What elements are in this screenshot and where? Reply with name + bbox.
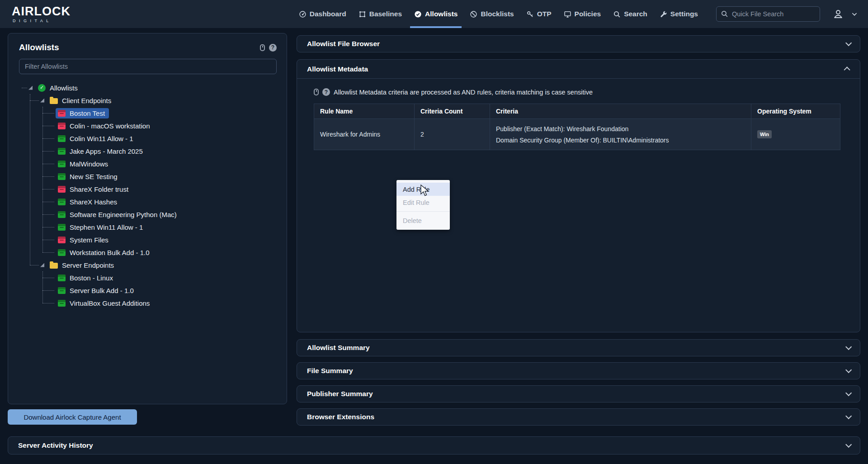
metadata-info-line: ? Allowlist Metadata criteria are proces…	[314, 88, 593, 96]
tree-expander-icon[interactable]	[40, 263, 44, 267]
tree-node-content: ShareX Folder trust	[56, 184, 132, 194]
chevron-down-icon	[845, 390, 852, 396]
accordion-title: Server Activity History	[18, 441, 93, 450]
tree-item-server-endpoints[interactable]: Server Endpoints	[8, 259, 287, 271]
tree-item-sharex-folder-trust[interactable]: ShareX Folder trust	[8, 183, 287, 195]
tree-connector	[42, 126, 54, 126]
nav-item-label: Policies	[575, 10, 601, 18]
allowlist-box-green-icon	[58, 161, 66, 167]
tree-item-colin-win11-allow-1[interactable]: Colin Win11 Allow - 1	[8, 132, 287, 145]
tree-item-virtualbox-guest-additions[interactable]: VirtualBox Guest Additions	[8, 297, 287, 309]
wrench-icon	[660, 10, 667, 18]
accordion-server-activity-history[interactable]: Server Activity History	[8, 436, 860, 455]
accordion-publisher-summary[interactable]: Publisher Summary	[297, 385, 860, 402]
tree-expander-icon[interactable]	[40, 99, 44, 103]
tree-item-label: Stephen Win11 Allow - 1	[70, 223, 143, 231]
chevron-up-icon	[844, 66, 850, 73]
chevron-down-icon	[845, 413, 852, 419]
tree-item-boston-test[interactable]: Boston Test	[8, 107, 287, 119]
tree-item-system-files[interactable]: System Files	[8, 233, 287, 246]
tree-connector	[42, 202, 54, 202]
col-criteria: Criteria	[490, 104, 751, 118]
tree-item-malwindows[interactable]: MalWindows	[8, 157, 287, 170]
tree-connector	[42, 164, 54, 164]
sidebar-title: Allowlists	[19, 43, 59, 52]
accordion-title: Allowlist Summary	[307, 344, 370, 352]
allowlist-box-green-icon	[58, 300, 66, 307]
nav-item-allowlists[interactable]: Allowlists	[414, 0, 458, 28]
allowlist-box-green-icon	[58, 135, 66, 142]
block-icon	[470, 10, 477, 18]
nav-item-dashboard[interactable]: Dashboard	[299, 0, 346, 28]
cell-criteria-count: 2	[415, 119, 490, 150]
nav-item-blocklists[interactable]: Blocklists	[470, 0, 514, 28]
tree-item-colin-macos-workstation[interactable]: Colin - macOS workstation	[8, 119, 287, 132]
tree-connector	[42, 227, 54, 227]
tree-connector	[42, 151, 54, 152]
context-menu-item-add-rule[interactable]: Add Rule	[396, 183, 450, 196]
context-menu-separator	[396, 211, 450, 212]
allowlist-box-red-icon	[58, 237, 66, 243]
allowlists-tree: AllowlistsClient EndpointsBoston TestCol…	[8, 81, 287, 309]
search-icon	[721, 10, 728, 19]
tree-node-content: New SE Testing	[56, 171, 122, 182]
nav-item-label: Dashboard	[310, 10, 346, 18]
folder-icon	[50, 98, 58, 104]
table-row[interactable]: Wireshark for Admins 2 Publisher (Exact …	[314, 118, 840, 150]
tree-item-server-bulk-add-1-0[interactable]: Server Bulk Add - 1.0	[8, 284, 287, 297]
tree-node-content: Server Endpoints	[47, 260, 118, 270]
tree-expander-icon[interactable]	[28, 86, 33, 90]
download-capture-agent-button[interactable]: Download Airlock Capture Agent	[8, 409, 137, 425]
nav-item-label: Allowlists	[425, 10, 458, 18]
accordion-file-summary[interactable]: File Summary	[297, 362, 860, 379]
account-menu-chevron-icon[interactable]	[851, 10, 858, 18]
tree-item-label: ShareX Folder trust	[70, 185, 128, 193]
tree-node-content: System Files	[56, 235, 113, 245]
tree-node-content: Colin - macOS workstation	[56, 121, 154, 131]
tree-item-jake-apps-march-2025[interactable]: Jake Apps - March 2025	[8, 145, 287, 157]
tree-item-label: ShareX Hashes	[70, 198, 117, 206]
folder-icon	[50, 263, 58, 269]
cell-criteria: Publisher (Exact Match): Wireshark Found…	[490, 119, 751, 150]
allowlist-metadata-header[interactable]: Allowlist Metadata	[297, 60, 860, 79]
tree-item-client-endpoints[interactable]: Client Endpoints	[8, 94, 287, 107]
help-icon[interactable]: ?	[322, 88, 330, 96]
allowlist-box-green-icon	[58, 173, 66, 180]
cell-rule-name: Wireshark for Admins	[314, 119, 415, 150]
nav-item-baselines[interactable]: Baselines	[359, 0, 402, 28]
col-criteria-count: Criteria Count	[415, 104, 490, 118]
tree-node-content: VirtualBox Guest Additions	[56, 298, 154, 308]
help-icon[interactable]: ?	[269, 44, 277, 52]
tree-item-label: Server Endpoints	[62, 261, 114, 269]
nav-item-settings[interactable]: Settings	[660, 0, 698, 28]
mouse-hint-icon	[314, 89, 319, 95]
tree-item-label: Boston Test	[70, 109, 105, 117]
accordion-browser-extensions[interactable]: Browser Extensions	[297, 408, 860, 426]
tree-item-boston-linux[interactable]: Boston - Linux	[8, 271, 287, 284]
tree-item-workstation-bulk-add-1-0[interactable]: Workstation Bulk Add - 1.0	[8, 246, 287, 259]
tree-item-sharex-hashes[interactable]: ShareX Hashes	[8, 195, 287, 208]
tree-item-stephen-win11-allow-1[interactable]: Stephen Win11 Allow - 1	[8, 221, 287, 233]
metadata-info-text: Allowlist Metadata criteria are processe…	[334, 89, 593, 96]
nav-item-search[interactable]: Search	[613, 0, 647, 28]
tree-item-new-se-testing[interactable]: New SE Testing	[8, 170, 287, 183]
tree-item-label: Jake Apps - March 2025	[70, 147, 143, 155]
col-operating-system: Operating System	[751, 104, 840, 118]
nav-item-label: Baselines	[369, 10, 402, 18]
allowlist-box-red-icon	[58, 110, 66, 117]
allowlist-box-green-icon	[58, 199, 66, 205]
accordion-allowlist-file-browser[interactable]: Allowlist File Browser	[297, 35, 860, 52]
user-icon[interactable]	[833, 9, 844, 19]
quick-file-search	[716, 6, 820, 22]
quick-file-search-input[interactable]	[716, 6, 820, 22]
nav-item-label: OTP	[537, 10, 552, 18]
nav-item-policies[interactable]: Policies	[564, 0, 601, 28]
filter-allowlists-input[interactable]	[19, 59, 277, 74]
nav-item-otp[interactable]: OTP	[526, 0, 552, 28]
airlock-logo[interactable]: AIRLOCK DIGITAL	[12, 5, 71, 23]
tree-item-allowlists[interactable]: Allowlists	[8, 81, 287, 94]
tree-item-software-engineering-python-mac-[interactable]: Software Engineering Python (Mac)	[8, 208, 287, 221]
accordion-allowlist-summary[interactable]: Allowlist Summary	[297, 339, 860, 356]
tree-connector	[42, 113, 54, 114]
metadata-rules-table: Rule Name Criteria Count Criteria Operat…	[314, 104, 840, 150]
